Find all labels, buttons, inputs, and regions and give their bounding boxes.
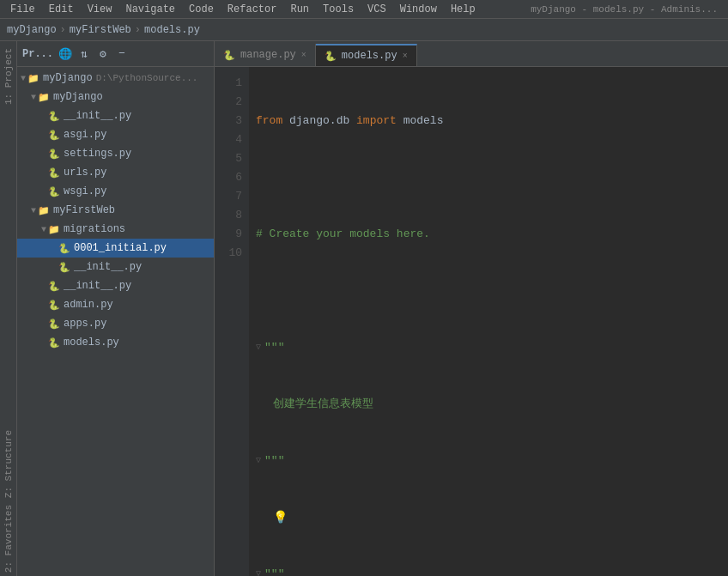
tree-apps[interactable]: 🐍 apps.py	[17, 314, 214, 333]
tree-urls-label: urls.py	[64, 167, 106, 179]
code-line-4	[256, 282, 728, 300]
toolbar-arrows-icon[interactable]: ⇅	[77, 47, 91, 61]
py-icon-asgi: 🐍	[48, 130, 60, 141]
py-icon-wsgi: 🐍	[48, 186, 60, 197]
fold-icon-5[interactable]: ▽	[256, 338, 261, 357]
code-line-5: ▽ """	[256, 338, 728, 357]
tree-urls[interactable]: 🐍 urls.py	[17, 163, 214, 182]
editor-container: 🐍 manage.py × 🐍 models.py × 1 2 3 4 5	[215, 41, 728, 576]
code-line-1: from django.db import models	[256, 112, 728, 130]
py-icon-minit: 🐍	[58, 262, 70, 273]
tree-admin[interactable]: 🐍 admin.py	[17, 295, 214, 314]
tree-settings-label: settings.py	[64, 148, 131, 160]
project-panel: Pr... 🌐 ⇅ ⚙ − ▼ 📁 myDjango D:\PythonSour…	[17, 41, 215, 576]
tree-migrations-init[interactable]: 🐍 __init__.py	[17, 258, 214, 276]
root-label: myDjango	[43, 72, 93, 84]
menu-tools[interactable]: Tools	[316, 0, 361, 18]
toolbar-settings-icon[interactable]: ⚙	[96, 47, 110, 61]
breadcrumb-mydjango[interactable]: myDjango	[7, 24, 57, 36]
tree-0001-initial[interactable]: 🐍 0001_initial.py	[17, 239, 214, 258]
window-title: myDjango - models.py - Adminis...	[531, 4, 725, 15]
menu-run[interactable]: Run	[283, 0, 316, 18]
sidebar-tab-favorites[interactable]: 2: Favorites	[2, 501, 15, 576]
py-icon-settings: 🐍	[48, 149, 60, 160]
breadcrumb-myfirstweb[interactable]: myFirstWeb	[70, 24, 131, 36]
tree-settings[interactable]: 🐍 settings.py	[17, 144, 214, 163]
menu-edit[interactable]: Edit	[42, 0, 81, 18]
mydjango-arrow: ▼	[31, 93, 36, 102]
code-editor[interactable]: 1 2 3 4 5 6 7 8 9 10 from django.db impo…	[215, 67, 728, 576]
tree-wsgi-label: wsgi.py	[64, 185, 106, 197]
py-icon-urls: 🐍	[48, 167, 60, 179]
tree-0001-label: 0001_initial.py	[74, 242, 167, 254]
tree-wsgi[interactable]: 🐍 wsgi.py	[17, 182, 214, 201]
line-numbers: 1 2 3 4 5 6 7 8 9 10	[215, 67, 249, 576]
root-folder-icon: 📁	[27, 73, 39, 84]
tree-init-2-label: __init__.py	[64, 280, 131, 292]
py-icon-2: 🐍	[48, 281, 60, 292]
tree-apps-label: apps.py	[64, 318, 106, 330]
sidebar-tab-project[interactable]: 1: Project	[2, 45, 15, 108]
tree-init-1[interactable]: 🐍 __init__.py	[17, 106, 214, 125]
menu-refactor[interactable]: Refactor	[221, 0, 284, 18]
migrations-folder-icon: 📁	[48, 224, 60, 235]
tab-models-py[interactable]: 🐍 models.py ×	[316, 44, 417, 66]
menu-file[interactable]: File	[3, 0, 42, 18]
toolbar-minimize-icon[interactable]: −	[115, 47, 129, 61]
tab-manage-py[interactable]: 🐍 manage.py ×	[215, 44, 316, 66]
breadcrumb-sep-2: ›	[135, 24, 141, 36]
menu-window[interactable]: Window	[393, 0, 444, 18]
menu-vcs[interactable]: VCS	[361, 0, 393, 18]
root-path: D:\PythonSource...	[96, 73, 198, 83]
left-gutter: 1: Project Z: Structure 2: Favorites	[0, 41, 17, 576]
breadcrumb-sep-1: ›	[60, 24, 66, 36]
menu-code[interactable]: Code	[182, 0, 221, 18]
tree-models[interactable]: 🐍 models.py	[17, 333, 214, 352]
tab-icon-models: 🐍	[325, 51, 337, 62]
tree-models-label: models.py	[64, 337, 119, 349]
code-line-9: ▽ """	[256, 565, 728, 576]
panel-title: Pr...	[22, 48, 53, 60]
py-icon-1: 🐍	[48, 111, 60, 122]
code-content[interactable]: from django.db import models # Create yo…	[249, 67, 728, 576]
py-icon-apps: 🐍	[48, 318, 60, 330]
tree-myfirstweb-label: myFirstWeb	[53, 204, 115, 216]
code-line-3: # Create your models here.	[256, 225, 728, 244]
code-line-7: ▽ """	[256, 452, 728, 470]
menu-navigate[interactable]: Navigate	[118, 0, 182, 18]
tree-asgi[interactable]: 🐍 asgi.py	[17, 125, 214, 144]
menu-view[interactable]: View	[81, 0, 119, 18]
tab-bar: 🐍 manage.py × 🐍 models.py ×	[215, 41, 728, 67]
tree-myfirstweb-folder[interactable]: ▼ 📁 myFirstWeb	[17, 201, 214, 220]
code-line-8: 💡	[256, 508, 728, 527]
tab-icon-manage: 🐍	[223, 50, 235, 61]
tree-init-2[interactable]: 🐍 __init__.py	[17, 276, 214, 295]
mydjango-folder-icon: 📁	[38, 92, 50, 103]
file-tree: ▼ 📁 myDjango D:\PythonSource... ▼ 📁 myDj…	[17, 67, 214, 576]
tree-init-1-label: __init__.py	[64, 110, 131, 122]
fold-icon-7[interactable]: ▽	[256, 452, 261, 470]
fold-icon-9[interactable]: ▽	[256, 565, 261, 576]
py-icon-models: 🐍	[48, 337, 60, 349]
myfirstweb-folder-icon: 📁	[38, 205, 50, 216]
myfirstweb-arrow: ▼	[31, 206, 36, 215]
main-layout: 1: Project Z: Structure 2: Favorites Pr.…	[0, 41, 728, 576]
sidebar-tab-structure[interactable]: Z: Structure	[2, 427, 15, 501]
breadcrumb-file[interactable]: models.py	[144, 24, 200, 36]
root-arrow: ▼	[21, 74, 26, 83]
py-icon-0001: 🐍	[58, 243, 70, 254]
tab-close-models[interactable]: ×	[403, 52, 408, 61]
tab-close-manage[interactable]: ×	[301, 51, 306, 60]
tree-mydjango-folder[interactable]: ▼ 📁 myDjango	[17, 88, 214, 106]
tree-migrations-init-label: __init__.py	[74, 261, 142, 273]
tab-label-manage: manage.py	[240, 49, 296, 61]
bulb-icon: 💡	[256, 508, 288, 527]
tree-root[interactable]: ▼ 📁 myDjango D:\PythonSource...	[17, 69, 214, 88]
toolbar-globe-icon[interactable]: 🌐	[58, 47, 72, 61]
panel-toolbar: Pr... 🌐 ⇅ ⚙ −	[17, 41, 214, 67]
menu-help[interactable]: Help	[444, 0, 482, 18]
tree-migrations-folder[interactable]: ▼ 📁 migrations	[17, 220, 214, 239]
menu-bar: File Edit View Navigate Code Refactor Ru…	[0, 0, 728, 19]
migrations-arrow: ▼	[41, 225, 46, 234]
py-icon-admin: 🐍	[48, 300, 60, 311]
